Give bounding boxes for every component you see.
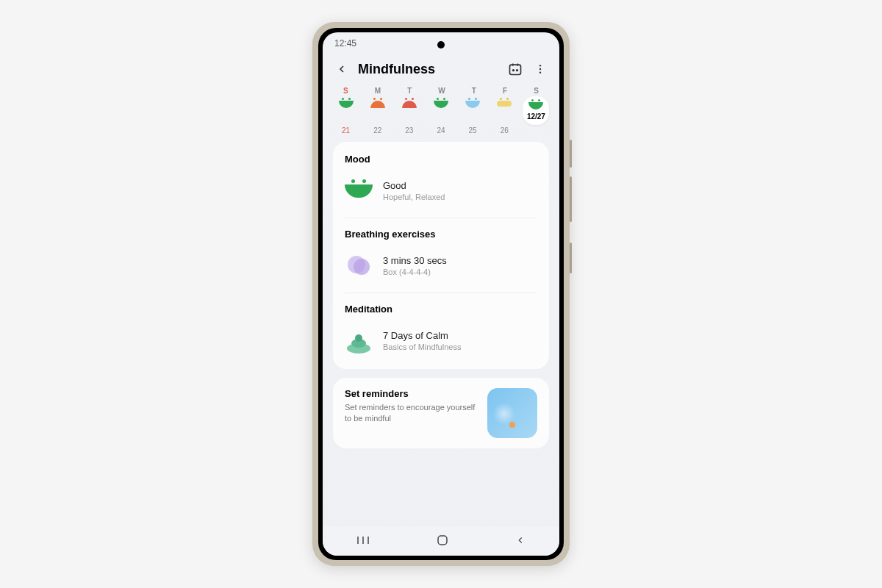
breathing-icon — [345, 251, 373, 279]
svg-point-5 — [539, 65, 541, 66]
divider — [345, 218, 537, 218]
app-header: Mindfulness — [323, 54, 559, 84]
recents-button[interactable] — [356, 535, 370, 548]
day-mood[interactable] — [459, 98, 486, 125]
breathing-section-title: Breathing exercises — [345, 229, 537, 240]
mood-tags: Hopeful, Relaxed — [383, 193, 445, 201]
svg-point-4 — [517, 70, 518, 71]
reminders-title: Set reminders — [345, 388, 478, 399]
reminders-card[interactable]: Set reminders Set reminders to encourage… — [333, 378, 549, 448]
day-mood[interactable] — [428, 98, 454, 125]
meditation-value: 7 Days of Calm — [383, 330, 461, 341]
status-time: 12:45 — [334, 38, 356, 49]
weekday-label: W — [438, 87, 445, 95]
svg-point-3 — [513, 70, 514, 71]
date-label: 12/27 — [524, 112, 548, 121]
day-mood[interactable] — [491, 98, 517, 125]
date-label: 23 — [396, 126, 423, 135]
volume-up-button[interactable] — [570, 140, 572, 168]
date-label: 25 — [459, 126, 486, 135]
date-label: 26 — [491, 126, 517, 135]
meditation-icon — [345, 326, 373, 354]
date-label: 22 — [365, 126, 391, 135]
meditation-sub: Basics of Mindfulness — [383, 343, 461, 351]
page-title: Mindfulness — [358, 62, 499, 77]
mood-row[interactable]: Good Hopeful, Relaxed — [345, 173, 537, 207]
svg-rect-11 — [438, 536, 447, 545]
volume-down-button[interactable] — [570, 176, 572, 222]
reminders-sub: Set reminders to encourage yourself to b… — [345, 402, 478, 425]
dandelion-icon — [487, 388, 537, 438]
dates-row: 21 22 23 24 25 26 — [323, 126, 559, 142]
breathing-value: 3 mins 30 secs — [383, 255, 447, 266]
weekday-label: F — [503, 87, 507, 95]
more-button[interactable] — [531, 60, 549, 78]
mood-face-icon — [345, 176, 373, 204]
back-button[interactable] — [333, 60, 351, 78]
weekday-label: M — [375, 87, 381, 95]
day-mood[interactable] — [396, 98, 423, 125]
svg-point-7 — [539, 71, 541, 73]
weekday-label: S — [534, 87, 539, 95]
day-mood[interactable] — [333, 98, 359, 125]
date-label — [523, 126, 549, 135]
power-button[interactable] — [570, 243, 572, 273]
phone-frame: 12:45 Mindfulness S M T W T — [312, 22, 570, 566]
system-nav-bar — [323, 526, 559, 556]
svg-point-6 — [539, 68, 541, 70]
back-nav-button[interactable] — [515, 535, 526, 548]
main-card: Mood Good Hopeful, Relaxed Breathing exe… — [333, 142, 549, 369]
meditation-section-title: Meditation — [345, 304, 537, 315]
mood-section-title: Mood — [345, 154, 537, 165]
mood-faces-row: 12/27 — [323, 95, 559, 126]
weekday-label: T — [407, 87, 412, 95]
day-mood-today[interactable]: 12/27 — [523, 96, 549, 125]
date-label: 24 — [428, 126, 454, 135]
calendar-button[interactable] — [506, 60, 524, 78]
day-mood[interactable] — [365, 98, 391, 125]
breathing-sub: Box (4-4-4-4) — [383, 268, 447, 276]
weekday-label: S — [343, 87, 348, 95]
svg-rect-0 — [510, 65, 521, 74]
mood-value: Good — [383, 180, 445, 191]
home-button[interactable] — [437, 534, 448, 548]
breathing-row[interactable]: 3 mins 30 secs Box (4-4-4-4) — [345, 248, 537, 282]
date-label: 21 — [333, 126, 359, 135]
weekday-label: T — [472, 87, 476, 95]
meditation-row[interactable]: 7 Days of Calm Basics of Mindfulness — [345, 323, 537, 357]
camera-hole — [437, 41, 445, 49]
weekday-row: S M T W T F S — [323, 84, 559, 95]
divider — [345, 293, 537, 293]
